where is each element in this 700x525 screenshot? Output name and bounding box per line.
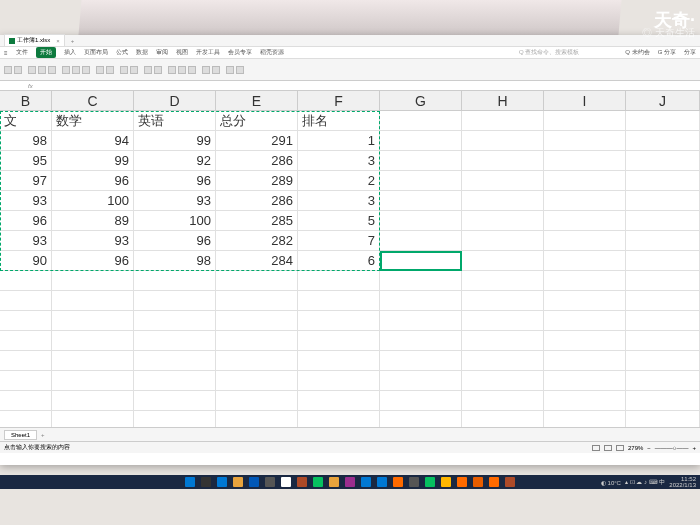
data-cell[interactable] — [544, 411, 626, 427]
taskbar-app-13[interactable] — [393, 477, 403, 487]
data-cell[interactable] — [544, 331, 626, 351]
data-cell[interactable] — [462, 391, 544, 411]
menu-icon[interactable]: ≡ — [4, 50, 8, 56]
data-cell[interactable]: 92 — [134, 151, 216, 171]
taskbar-app-3[interactable] — [233, 477, 243, 487]
header-cell[interactable] — [544, 111, 626, 131]
align-left-icon[interactable] — [62, 66, 70, 74]
data-cell[interactable] — [544, 131, 626, 151]
close-tab-icon[interactable]: × — [56, 38, 60, 44]
taskbar-app-1[interactable] — [201, 477, 211, 487]
data-cell[interactable] — [462, 131, 544, 151]
italic-icon[interactable] — [48, 66, 56, 74]
data-cell[interactable] — [216, 391, 298, 411]
data-cell[interactable] — [626, 311, 700, 331]
taskbar-app-6[interactable] — [281, 477, 291, 487]
taskbar-app-16[interactable] — [441, 477, 451, 487]
data-cell[interactable] — [52, 391, 134, 411]
sum-icon[interactable] — [168, 66, 176, 74]
data-cell[interactable] — [134, 371, 216, 391]
data-cell[interactable] — [52, 351, 134, 371]
merge-icon[interactable] — [96, 66, 104, 74]
data-cell[interactable] — [380, 291, 462, 311]
add-sheet-button[interactable]: + — [41, 432, 45, 438]
data-cell[interactable] — [380, 191, 462, 211]
data-cell[interactable]: 93 — [134, 191, 216, 211]
header-cell[interactable]: 总分 — [216, 111, 298, 131]
data-cell[interactable]: 285 — [216, 211, 298, 231]
data-cell[interactable]: 93 — [0, 231, 52, 251]
data-cell[interactable]: 289 — [216, 171, 298, 191]
taskbar-app-11[interactable] — [361, 477, 371, 487]
data-cell[interactable]: 100 — [52, 191, 134, 211]
data-cell[interactable] — [380, 151, 462, 171]
data-cell[interactable] — [462, 171, 544, 191]
data-cell[interactable]: 284 — [216, 251, 298, 271]
data-cell[interactable] — [298, 351, 380, 371]
search-hint[interactable]: Q 查找命令、搜索模板 — [519, 48, 579, 57]
col-header-E[interactable]: E — [216, 91, 298, 110]
data-cell[interactable] — [0, 351, 52, 371]
data-cell[interactable] — [462, 211, 544, 231]
table-icon[interactable] — [154, 66, 162, 74]
taskbar-app-17[interactable] — [457, 477, 467, 487]
data-cell[interactable] — [52, 271, 134, 291]
data-cell[interactable] — [0, 291, 52, 311]
data-cell[interactable] — [52, 291, 134, 311]
data-cell[interactable] — [134, 271, 216, 291]
data-cell[interactable] — [0, 311, 52, 331]
data-cell[interactable]: 93 — [52, 231, 134, 251]
header-cell[interactable]: 排名 — [298, 111, 380, 131]
data-cell[interactable] — [380, 251, 462, 271]
data-cell[interactable] — [134, 351, 216, 371]
data-cell[interactable] — [298, 411, 380, 427]
data-cell[interactable] — [134, 331, 216, 351]
col-header-J[interactable]: J — [626, 91, 700, 110]
data-cell[interactable]: 97 — [0, 171, 52, 191]
data-cell[interactable] — [626, 291, 700, 311]
data-cell[interactable] — [544, 391, 626, 411]
data-cell[interactable]: 96 — [134, 171, 216, 191]
tab-dev[interactable]: 开发工具 — [196, 48, 220, 57]
data-cell[interactable] — [626, 411, 700, 427]
data-cell[interactable]: 98 — [134, 251, 216, 271]
percent-icon[interactable] — [130, 66, 138, 74]
data-cell[interactable]: 2 — [298, 171, 380, 191]
tab-data[interactable]: 数据 — [136, 48, 148, 57]
data-cell[interactable] — [544, 351, 626, 371]
data-cell[interactable] — [380, 391, 462, 411]
data-cell[interactable] — [544, 371, 626, 391]
ribbon-right-0[interactable]: Q 未约会 — [625, 48, 649, 57]
tray-icons[interactable]: ▴ ⊡ ☁ ♪ ⌨ 中 — [625, 478, 665, 487]
cond-format-icon[interactable] — [144, 66, 152, 74]
data-cell[interactable] — [626, 251, 700, 271]
taskbar-app-18[interactable] — [473, 477, 483, 487]
tab-insert[interactable]: 插入 — [64, 48, 76, 57]
data-cell[interactable] — [298, 291, 380, 311]
data-cell[interactable] — [134, 291, 216, 311]
taskbar-app-2[interactable] — [217, 477, 227, 487]
data-cell[interactable] — [462, 151, 544, 171]
data-cell[interactable] — [298, 391, 380, 411]
taskbar-app-9[interactable] — [329, 477, 339, 487]
taskbar-app-7[interactable] — [297, 477, 307, 487]
data-cell[interactable] — [216, 411, 298, 427]
taskbar-app-0[interactable] — [185, 477, 195, 487]
new-tab-button[interactable]: + — [71, 38, 75, 44]
col-header-I[interactable]: I — [544, 91, 626, 110]
cut-icon[interactable] — [14, 66, 22, 74]
taskbar-app-14[interactable] — [409, 477, 419, 487]
header-cell[interactable]: 文 — [0, 111, 52, 131]
data-cell[interactable] — [380, 411, 462, 427]
data-cell[interactable] — [298, 371, 380, 391]
data-cell[interactable] — [544, 191, 626, 211]
data-cell[interactable] — [216, 351, 298, 371]
data-cell[interactable] — [380, 311, 462, 331]
tab-layout[interactable]: 页面布局 — [84, 48, 108, 57]
ribbon-right-2[interactable]: 分享 — [684, 48, 696, 57]
data-cell[interactable] — [380, 231, 462, 251]
col-header-C[interactable]: C — [52, 91, 134, 110]
col-header-H[interactable]: H — [462, 91, 544, 110]
data-cell[interactable] — [462, 231, 544, 251]
col-header-F[interactable]: F — [298, 91, 380, 110]
